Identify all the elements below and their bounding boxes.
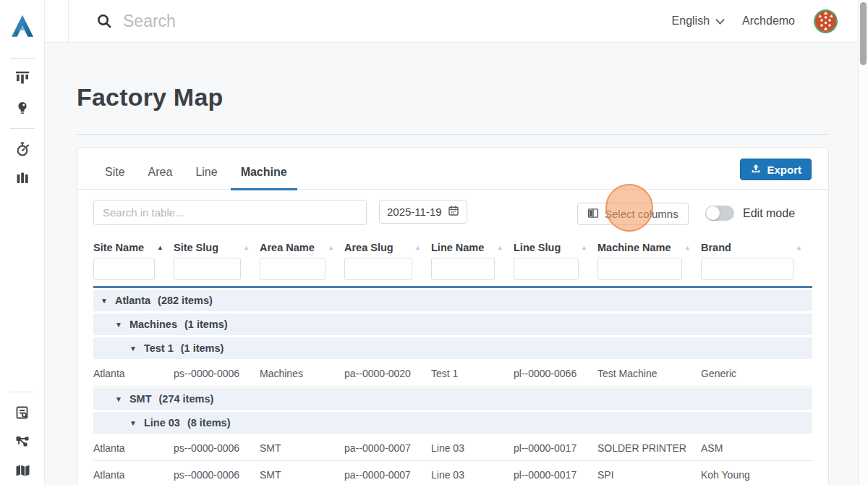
report-icon[interactable] <box>13 403 32 422</box>
table-cell: Atlanta <box>93 469 174 481</box>
group-row-test-1[interactable]: ▼Test 1(1 items) <box>93 337 812 359</box>
export-label: Export <box>767 164 801 176</box>
column-header: Site Slug▲ <box>174 237 260 280</box>
scrollbar-track[interactable] <box>858 0 868 485</box>
table-search-input[interactable] <box>93 200 367 225</box>
tab-machine[interactable]: Machine <box>229 166 299 189</box>
group-label: SMT <box>129 393 152 405</box>
main-content: Factory Map SiteAreaLineMachine Export 2… <box>45 43 858 485</box>
table-cell: Koh Young <box>701 469 812 481</box>
map-icon[interactable] <box>13 461 32 480</box>
column-filter-input[interactable] <box>701 258 793 280</box>
column-filter-input[interactable] <box>514 258 579 280</box>
column-sort-button[interactable]: Area Name▲ <box>260 242 344 253</box>
table-cell: pa--0000-0007 <box>344 469 431 481</box>
column-filter-input[interactable] <box>174 258 241 280</box>
column-label: Line Slug <box>514 242 561 253</box>
kanban-icon[interactable] <box>13 69 32 88</box>
collapse-triangle-icon: ▼ <box>115 321 122 329</box>
select-columns-label: Select columns <box>605 208 678 220</box>
group-label: Line 03 <box>144 417 180 429</box>
column-filter-input[interactable] <box>431 258 495 280</box>
edit-mode-toggle[interactable] <box>705 206 734 221</box>
factory-map-card: SiteAreaLineMachine Export 2025-11-19 <box>77 147 829 485</box>
group-row-atlanta[interactable]: ▼Atlanta(282 items) <box>93 290 812 311</box>
column-sort-button[interactable]: Brand▲ <box>701 242 812 253</box>
column-header: Line Name▲ <box>431 237 514 280</box>
column-label: Site Slug <box>174 242 218 253</box>
sidebar-divider <box>10 392 35 392</box>
sort-arrow-icon: ▲ <box>243 245 250 251</box>
table-header-row: Site Name▲Site Slug▲Area Name▲Area Slug▲… <box>93 237 812 280</box>
column-sort-button[interactable]: Site Slug▲ <box>174 242 260 253</box>
sidebar-divider <box>10 58 35 59</box>
tab-line[interactable]: Line <box>184 166 229 189</box>
group-count: (282 items) <box>158 295 213 306</box>
group-row-smt[interactable]: ▼SMT(274 items) <box>93 388 812 410</box>
table-cell: pl--0000-0017 <box>514 469 597 481</box>
search-input[interactable] <box>123 12 528 31</box>
table-cell: Generic <box>701 368 812 379</box>
tab-site[interactable]: Site <box>93 166 137 189</box>
group-row-line-03[interactable]: ▼Line 03(8 items) <box>93 412 812 434</box>
table-row[interactable]: Atlantaps--0000-0006Machinespa--0000-002… <box>93 361 812 387</box>
table-row[interactable]: Atlantaps--0000-0006SMTpa--0000-0007Line… <box>93 463 812 485</box>
column-label: Brand <box>701 242 731 253</box>
column-label: Area Name <box>260 242 315 253</box>
tab-area[interactable]: Area <box>137 166 184 189</box>
table-row[interactable]: Atlantaps--0000-0006SMTpa--0000-0007Line… <box>93 436 812 461</box>
lightbulb-icon[interactable] <box>13 98 32 117</box>
page-title: Factory Map <box>77 83 223 111</box>
stopwatch-icon[interactable] <box>13 140 32 159</box>
group-count: (1 items) <box>181 342 224 354</box>
group-label: Atlanta <box>115 295 150 306</box>
avatar[interactable] <box>814 9 838 33</box>
upload-icon <box>750 163 762 177</box>
table-cell: pl--0000-0017 <box>514 442 597 454</box>
scrollbar-thumb[interactable] <box>860 2 867 65</box>
global-search[interactable] <box>68 0 618 42</box>
collapse-triangle-icon: ▼ <box>129 419 137 427</box>
column-header: Brand▲ <box>701 237 812 280</box>
select-columns-button[interactable]: Select columns <box>577 203 689 225</box>
topology-icon[interactable] <box>13 432 32 451</box>
collapse-triangle-icon: ▼ <box>101 297 108 305</box>
table-cell: Test 1 <box>431 368 514 379</box>
table-controls: 2025-11-19 Select columns <box>77 190 828 235</box>
column-header: Site Name▲ <box>93 237 174 280</box>
table-cell: ASM <box>701 442 812 454</box>
column-sort-button[interactable]: Line Slug▲ <box>514 242 597 253</box>
username: Archdemo <box>742 14 795 28</box>
column-filter-input[interactable] <box>344 258 412 280</box>
column-sort-button[interactable]: Site Name▲ <box>93 242 174 253</box>
column-sort-button[interactable]: Machine Name▲ <box>597 242 701 253</box>
column-label: Machine Name <box>597 242 671 253</box>
title-divider <box>77 134 829 135</box>
column-filter-input[interactable] <box>597 258 682 280</box>
group-label: Machines <box>129 319 177 330</box>
date-picker[interactable]: 2025-11-19 <box>379 200 467 224</box>
bar-chart-icon[interactable] <box>13 169 32 187</box>
column-sort-button[interactable]: Line Name▲ <box>431 242 514 253</box>
sort-arrow-icon: ▲ <box>796 245 802 251</box>
topbar: English Archdemo <box>45 0 858 43</box>
group-count: (274 items) <box>159 393 214 405</box>
language-selector[interactable]: English <box>672 14 723 28</box>
sort-arrow-icon: ▲ <box>328 245 334 251</box>
group-count: (1 items) <box>184 319 228 330</box>
table-cell: pa--0000-0007 <box>344 442 431 454</box>
column-sort-button[interactable]: Area Slug▲ <box>344 242 431 253</box>
group-row-machines[interactable]: ▼Machines(1 items) <box>93 313 812 335</box>
table-cell: SOLDER PRINTER <box>597 442 701 454</box>
search-icon <box>96 13 113 30</box>
table-cell: SPI <box>597 469 701 481</box>
machine-table: Site Name▲Site Slug▲Area Name▲Area Slug▲… <box>77 235 828 485</box>
table-cell: Machines <box>260 368 344 379</box>
header-separator <box>93 286 812 288</box>
app-logo[interactable] <box>9 12 35 42</box>
column-header: Line Slug▲ <box>514 237 597 280</box>
export-button[interactable]: Export <box>740 159 812 180</box>
table-cell: pa--0000-0020 <box>344 368 431 379</box>
column-filter-input[interactable] <box>260 258 326 280</box>
column-filter-input[interactable] <box>93 258 155 280</box>
